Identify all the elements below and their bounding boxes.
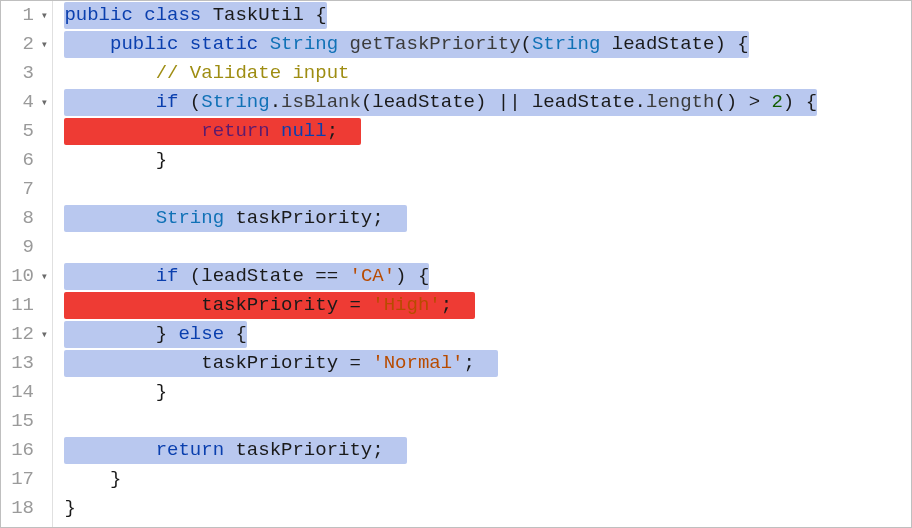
code-line[interactable]: } bbox=[53, 494, 911, 523]
tok-punct: . bbox=[270, 91, 281, 113]
tok-punct: ; bbox=[464, 352, 475, 374]
tok-operator: || bbox=[498, 91, 521, 113]
tok-punct: { bbox=[737, 33, 748, 55]
tok-method: isBlank bbox=[281, 91, 361, 113]
gutter-line[interactable]: 14 bbox=[1, 378, 52, 407]
code-line[interactable]: String taskPriority; bbox=[53, 204, 911, 233]
tok-punct: ( bbox=[190, 91, 201, 113]
code-editor[interactable]: 1▾ 2▾ 3 4▾ 5 6 7 8 9 10▾ 11 12▾ 13 14 15… bbox=[1, 1, 911, 527]
code-line[interactable]: } bbox=[53, 465, 911, 494]
coverage-highlight-blue: return taskPriority; bbox=[64, 437, 406, 464]
fold-toggle-icon[interactable]: ▾ bbox=[36, 97, 48, 109]
tok-keyword: return bbox=[201, 120, 269, 142]
tok-punct: } bbox=[156, 323, 167, 345]
gutter-line[interactable]: 8 bbox=[1, 204, 52, 233]
tok-comment: // Validate input bbox=[156, 59, 350, 88]
code-line[interactable] bbox=[53, 175, 911, 204]
tok-keyword: static bbox=[190, 33, 258, 55]
code-line[interactable]: } else { bbox=[53, 320, 911, 349]
coverage-highlight-blue: } else { bbox=[64, 321, 246, 348]
tok-keyword: if bbox=[156, 91, 179, 113]
tok-punct: ; bbox=[441, 294, 452, 316]
code-line[interactable]: } bbox=[53, 146, 911, 175]
tok-punct: ) bbox=[783, 91, 794, 113]
coverage-highlight-blue: public static String getTaskPriority(Str… bbox=[64, 31, 748, 58]
line-number: 16 bbox=[11, 436, 34, 465]
line-number: 12 bbox=[11, 320, 34, 349]
line-number: 18 bbox=[11, 494, 34, 523]
coverage-highlight-blue: taskPriority = 'Normal'; bbox=[64, 350, 497, 377]
code-line[interactable]: taskPriority = 'Normal'; bbox=[53, 349, 911, 378]
tok-punct: { bbox=[315, 4, 326, 26]
gutter-line[interactable]: 11 bbox=[1, 291, 52, 320]
line-number: 11 bbox=[11, 291, 34, 320]
fold-toggle-icon[interactable]: ▾ bbox=[36, 10, 48, 22]
tok-null: null bbox=[281, 120, 327, 142]
code-line[interactable] bbox=[53, 233, 911, 262]
tok-type: String bbox=[532, 33, 600, 55]
coverage-highlight-blue: String taskPriority; bbox=[64, 205, 406, 232]
coverage-highlight-blue: if (String.isBlank(leadState) || leadSta… bbox=[64, 89, 817, 116]
tok-punct: ) bbox=[475, 91, 486, 113]
gutter-line[interactable]: 2▾ bbox=[1, 30, 52, 59]
gutter-line[interactable]: 9 bbox=[1, 233, 52, 262]
line-number-gutter[interactable]: 1▾ 2▾ 3 4▾ 5 6 7 8 9 10▾ 11 12▾ 13 14 15… bbox=[1, 1, 53, 527]
code-editor-window: 1▾ 2▾ 3 4▾ 5 6 7 8 9 10▾ 11 12▾ 13 14 15… bbox=[0, 0, 912, 528]
tok-keyword: class bbox=[144, 4, 201, 26]
gutter-line[interactable]: 17 bbox=[1, 465, 52, 494]
code-line[interactable]: } bbox=[53, 378, 911, 407]
line-number: 8 bbox=[12, 204, 34, 233]
code-line[interactable]: public static String getTaskPriority(Str… bbox=[53, 30, 911, 59]
gutter-line[interactable]: 15 bbox=[1, 407, 52, 436]
gutter-line[interactable]: 16 bbox=[1, 436, 52, 465]
fold-toggle-icon[interactable]: ▾ bbox=[36, 271, 48, 283]
line-number: 15 bbox=[11, 407, 34, 436]
tok-punct: ) bbox=[395, 265, 406, 287]
tok-punct: ( bbox=[361, 91, 372, 113]
gutter-line[interactable]: 18 bbox=[1, 494, 52, 523]
gutter-line[interactable]: 6 bbox=[1, 146, 52, 175]
code-line[interactable]: return taskPriority; bbox=[53, 436, 911, 465]
tok-punct: ; bbox=[327, 120, 338, 142]
code-line[interactable]: if (leadState == 'CA') { bbox=[53, 262, 911, 291]
tok-identifier: leadState bbox=[201, 265, 304, 287]
tok-keyword: if bbox=[156, 265, 179, 287]
tok-identifier: taskPriority bbox=[201, 294, 338, 316]
tok-identifier: leadState bbox=[612, 33, 715, 55]
tok-type: String bbox=[201, 91, 269, 113]
line-number: 17 bbox=[11, 465, 34, 494]
code-line[interactable]: public class TaskUtil { bbox=[53, 1, 911, 30]
gutter-line[interactable]: 12▾ bbox=[1, 320, 52, 349]
gutter-line[interactable]: 4▾ bbox=[1, 88, 52, 117]
tok-number: 2 bbox=[771, 91, 782, 113]
gutter-line[interactable]: 3 bbox=[1, 59, 52, 88]
tok-identifier: TaskUtil bbox=[213, 4, 304, 26]
tok-method: getTaskPriority bbox=[350, 33, 521, 55]
gutter-line[interactable]: 10▾ bbox=[1, 262, 52, 291]
gutter-line[interactable]: 13 bbox=[1, 349, 52, 378]
code-line[interactable]: taskPriority = 'High'; bbox=[53, 291, 911, 320]
gutter-line[interactable]: 5 bbox=[1, 117, 52, 146]
tok-identifier: leadState bbox=[372, 91, 475, 113]
tok-string: 'High' bbox=[372, 294, 440, 316]
gutter-line[interactable]: 1▾ bbox=[1, 1, 52, 30]
code-line[interactable]: // Validate input bbox=[53, 59, 911, 88]
code-line[interactable]: if (String.isBlank(leadState) || leadSta… bbox=[53, 88, 911, 117]
tok-punct: } bbox=[110, 465, 121, 494]
tok-type: String bbox=[156, 207, 224, 229]
code-area[interactable]: public class TaskUtil { public static St… bbox=[53, 1, 911, 527]
tok-operator: = bbox=[349, 352, 360, 374]
fold-toggle-icon[interactable]: ▾ bbox=[36, 39, 48, 51]
coverage-highlight-red: return null; bbox=[64, 118, 360, 145]
line-number: 4 bbox=[12, 88, 34, 117]
tok-punct: ) bbox=[714, 33, 725, 55]
code-line[interactable]: return null; bbox=[53, 117, 911, 146]
tok-operator: > bbox=[749, 91, 760, 113]
tok-string: 'CA' bbox=[350, 265, 396, 287]
coverage-highlight-blue: public class TaskUtil { bbox=[64, 2, 326, 29]
line-number: 2 bbox=[12, 30, 34, 59]
code-line[interactable] bbox=[53, 407, 911, 436]
line-number: 5 bbox=[12, 117, 34, 146]
gutter-line[interactable]: 7 bbox=[1, 175, 52, 204]
fold-toggle-icon[interactable]: ▾ bbox=[36, 329, 48, 341]
